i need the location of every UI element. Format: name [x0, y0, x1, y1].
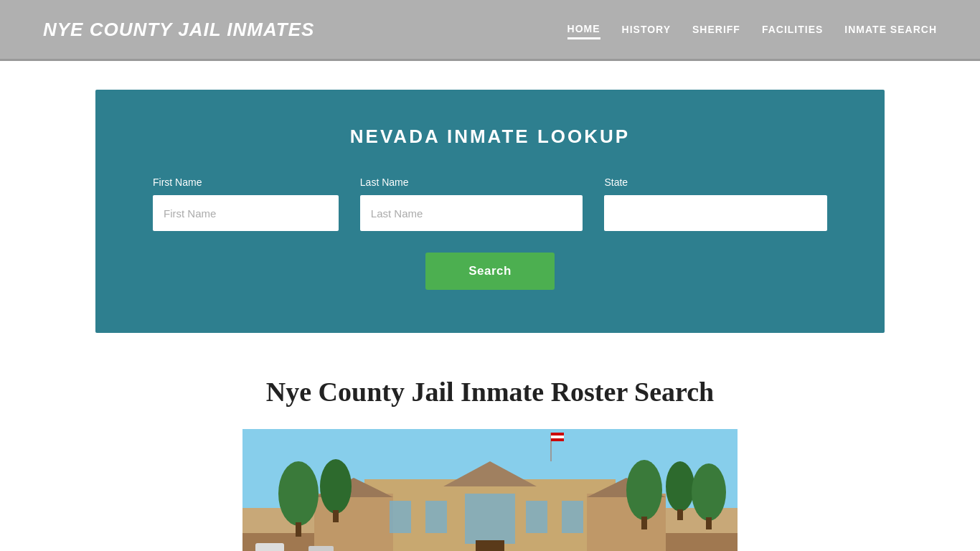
- site-title: NYE COUNTY JAIL INMATES: [43, 19, 314, 41]
- state-input[interactable]: [604, 195, 827, 231]
- svg-rect-30: [255, 543, 284, 551]
- svg-point-23: [692, 463, 726, 521]
- svg-rect-28: [551, 435, 564, 438]
- first-name-group: First Name: [153, 176, 339, 231]
- svg-rect-22: [677, 509, 683, 520]
- svg-rect-13: [562, 501, 583, 533]
- svg-rect-24: [706, 517, 712, 529]
- nav-home[interactable]: HOME: [567, 20, 600, 39]
- svg-point-15: [278, 461, 319, 526]
- last-name-group: Last Name: [360, 176, 583, 231]
- svg-rect-14: [476, 540, 504, 551]
- search-button[interactable]: Search: [425, 253, 555, 290]
- state-label: State: [604, 176, 827, 188]
- svg-rect-11: [465, 494, 515, 544]
- svg-rect-12: [526, 501, 547, 533]
- svg-rect-20: [641, 517, 647, 529]
- svg-rect-10: [425, 501, 447, 533]
- inmate-lookup-section: NEVADA INMATE LOOKUP First Name Last Nam…: [95, 90, 885, 333]
- nav-inmate-search[interactable]: INMATE SEARCH: [844, 21, 937, 38]
- last-name-label: Last Name: [360, 176, 583, 188]
- content-section: Nye County Jail Inmate Roster Search: [95, 362, 885, 551]
- svg-rect-18: [333, 510, 339, 522]
- svg-point-21: [666, 461, 694, 512]
- search-form-fields: First Name Last Name State: [153, 176, 827, 231]
- first-name-label: First Name: [153, 176, 339, 188]
- nav-history[interactable]: HISTORY: [622, 21, 671, 38]
- svg-rect-27: [551, 433, 564, 435]
- roster-title: Nye County Jail Inmate Roster Search: [95, 376, 885, 408]
- state-group: State: [604, 176, 827, 231]
- nav-sheriff[interactable]: SHERIFF: [692, 21, 740, 38]
- courthouse-image: NYE COUNTY COURTHOUSE: [242, 429, 738, 551]
- last-name-input[interactable]: [360, 195, 583, 231]
- first-name-input[interactable]: [153, 195, 339, 231]
- svg-point-19: [626, 460, 662, 520]
- main-nav: HOME HISTORY SHERIFF FACILITIES INMATE S…: [567, 20, 937, 39]
- svg-point-17: [320, 459, 352, 514]
- svg-rect-34: [308, 546, 334, 551]
- courthouse-svg: NYE COUNTY COURTHOUSE: [242, 429, 738, 551]
- lookup-title: NEVADA INMATE LOOKUP: [153, 126, 827, 148]
- svg-rect-16: [296, 522, 301, 537]
- nav-facilities[interactable]: FACILITIES: [762, 21, 823, 38]
- site-header: NYE COUNTY JAIL INMATES HOME HISTORY SHE…: [0, 0, 980, 61]
- search-button-row: Search: [153, 253, 827, 290]
- svg-rect-9: [390, 501, 411, 533]
